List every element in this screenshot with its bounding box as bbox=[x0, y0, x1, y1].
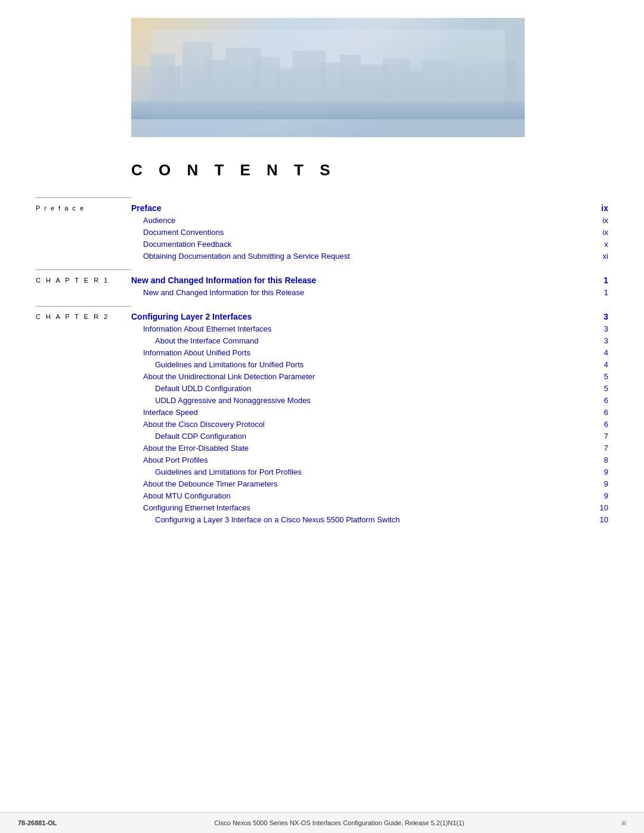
preface-label: P r e f a c e bbox=[36, 203, 131, 264]
udld-modes-page: 6 bbox=[604, 396, 608, 405]
toc-entry-config-layer3: Configuring a Layer 3 Interface on a Cis… bbox=[131, 515, 608, 524]
doc-feedback-link[interactable]: Documentation Feedback bbox=[131, 240, 601, 249]
chapter2-entries: Configuring Layer 2 Interfaces 3 Informa… bbox=[131, 312, 608, 527]
preface-title-link[interactable]: Preface bbox=[131, 203, 597, 213]
page-footer: 78-26881-OL Cisco Nexus 5000 Series NX-O… bbox=[0, 812, 644, 833]
toc-entry-port-profiles: About Port Profiles 8 bbox=[131, 456, 608, 465]
toc-entry-udld: About the Unidirectional Link Detection … bbox=[131, 372, 608, 381]
obtaining-docs-link[interactable]: Obtaining Documentation and Submitting a… bbox=[131, 252, 599, 261]
cdp-link[interactable]: About the Cisco Discovery Protocol bbox=[131, 420, 600, 429]
toc-entry-guidelines-unified: Guidelines and Limitations for Unified P… bbox=[131, 360, 608, 369]
cdp-page: 6 bbox=[604, 420, 608, 429]
toc-content: P r e f a c e Preface ix Audience ix Doc… bbox=[0, 203, 644, 575]
guidelines-profiles-page: 9 bbox=[604, 467, 608, 476]
chapter1-section: C H A P T E R 1 New and Changed Informat… bbox=[36, 275, 608, 300]
toc-entry-debounce: About the Debounce Timer Parameters 9 bbox=[131, 479, 608, 488]
debounce-link[interactable]: About the Debounce Timer Parameters bbox=[131, 479, 600, 488]
footer-doc-id: 78-26881-OL bbox=[18, 819, 57, 826]
footer-doc-title: Cisco Nexus 5000 Series NX-OS Interfaces… bbox=[214, 819, 464, 826]
toc-entry-mtu: About MTU Configuration 9 bbox=[131, 491, 608, 500]
guidelines-profiles-link[interactable]: Guidelines and Limitations for Port Prof… bbox=[131, 467, 600, 476]
guidelines-unified-page: 4 bbox=[604, 360, 608, 369]
info-unified-link[interactable]: Information About Unified Ports bbox=[131, 348, 600, 357]
preface-section: P r e f a c e Preface ix Audience ix Doc… bbox=[36, 203, 608, 264]
toc-entry-info-eth: Information About Ethernet Interfaces 3 bbox=[131, 324, 608, 333]
chapter2-label: C H A P T E R 2 bbox=[36, 312, 131, 527]
default-cdp-link[interactable]: Default CDP Configuration bbox=[131, 432, 600, 441]
chapter1-entries: New and Changed Information for this Rel… bbox=[131, 275, 608, 300]
udld-modes-link[interactable]: UDLD Aggressive and Nonaggressive Modes bbox=[131, 396, 600, 405]
toc-entry-preface: Preface ix bbox=[131, 203, 608, 213]
contents-title: C O N T E N T S bbox=[131, 161, 644, 179]
doc-conventions-page: ix bbox=[603, 228, 608, 237]
chapter2-section: C H A P T E R 2 Configuring Layer 2 Inte… bbox=[36, 312, 608, 527]
toc-entry-ch2-title: Configuring Layer 2 Interfaces 3 bbox=[131, 312, 608, 321]
ch1-title-link[interactable]: New and Changed Information for this Rel… bbox=[131, 275, 600, 285]
toc-entry-obtaining-docs: Obtaining Documentation and Submitting a… bbox=[131, 252, 608, 261]
toc-entry-about-iface: About the Interface Command 3 bbox=[131, 336, 608, 345]
doc-feedback-page: x bbox=[605, 240, 609, 249]
default-udld-link[interactable]: Default UDLD Configuration bbox=[131, 384, 600, 393]
preface-title-page: ix bbox=[601, 203, 608, 213]
error-disabled-link[interactable]: About the Error-Disabled State bbox=[131, 444, 600, 453]
config-layer3-page: 10 bbox=[600, 515, 608, 524]
toc-entry-guidelines-profiles: Guidelines and Limitations for Port Prof… bbox=[131, 467, 608, 476]
toc-entry-udld-modes: UDLD Aggressive and Nonaggressive Modes … bbox=[131, 396, 608, 405]
ch2-title-link[interactable]: Configuring Layer 2 Interfaces bbox=[131, 312, 600, 321]
info-eth-page: 3 bbox=[604, 324, 608, 333]
default-cdp-page: 7 bbox=[604, 432, 608, 441]
mtu-link[interactable]: About MTU Configuration bbox=[131, 491, 600, 500]
about-iface-page: 3 bbox=[604, 336, 608, 345]
info-eth-link[interactable]: Information About Ethernet Interfaces bbox=[131, 324, 600, 333]
audience-link[interactable]: Audience bbox=[131, 216, 599, 225]
udld-link[interactable]: About the Unidirectional Link Detection … bbox=[131, 372, 600, 381]
error-disabled-page: 7 bbox=[604, 444, 608, 453]
toc-entry-iface-speed: Interface Speed 6 bbox=[131, 408, 608, 417]
skyline-decoration bbox=[131, 48, 525, 119]
toc-entry-default-udld: Default UDLD Configuration 5 bbox=[131, 384, 608, 393]
about-iface-link[interactable]: About the Interface Command bbox=[131, 336, 600, 345]
toc-entry-info-unified: Information About Unified Ports 4 bbox=[131, 348, 608, 357]
config-eth-link[interactable]: Configuring Ethernet Interfaces bbox=[131, 503, 596, 512]
port-profiles-link[interactable]: About Port Profiles bbox=[131, 456, 600, 465]
ch2-title-page: 3 bbox=[603, 312, 608, 321]
footer-page-num: iii bbox=[622, 819, 626, 826]
ch1-title-page: 1 bbox=[603, 275, 608, 285]
preface-entries: Preface ix Audience ix Document Conventi… bbox=[131, 203, 608, 264]
config-eth-page: 10 bbox=[600, 503, 608, 512]
toc-entry-config-eth: Configuring Ethernet Interfaces 10 bbox=[131, 503, 608, 512]
ch1-sub-page: 1 bbox=[604, 288, 608, 297]
toc-entry-default-cdp: Default CDP Configuration 7 bbox=[131, 432, 608, 441]
debounce-page: 9 bbox=[604, 479, 608, 488]
chapter1-label: C H A P T E R 1 bbox=[36, 275, 131, 300]
iface-speed-link[interactable]: Interface Speed bbox=[131, 408, 600, 417]
audience-page: ix bbox=[603, 216, 608, 225]
default-udld-page: 5 bbox=[604, 384, 608, 393]
ch1-sub-link[interactable]: New and Changed Information for this Rel… bbox=[131, 288, 600, 297]
config-layer3-link[interactable]: Configuring a Layer 3 Interface on a Cis… bbox=[131, 515, 596, 524]
mtu-page: 9 bbox=[604, 491, 608, 500]
toc-entry-error-disabled: About the Error-Disabled State 7 bbox=[131, 444, 608, 453]
toc-entry-ch1-title: New and Changed Information for this Rel… bbox=[131, 275, 608, 285]
header-image bbox=[131, 18, 525, 137]
info-unified-page: 4 bbox=[604, 348, 608, 357]
toc-entry-doc-conventions: Document Conventions ix bbox=[131, 228, 608, 237]
doc-conventions-link[interactable]: Document Conventions bbox=[131, 228, 599, 237]
toc-entry-doc-feedback: Documentation Feedback x bbox=[131, 240, 608, 249]
iface-speed-page: 6 bbox=[604, 408, 608, 417]
toc-entry-audience: Audience ix bbox=[131, 216, 608, 225]
port-profiles-page: 8 bbox=[604, 456, 608, 465]
obtaining-docs-page: xi bbox=[603, 252, 608, 261]
toc-entry-ch1-sub: New and Changed Information for this Rel… bbox=[131, 288, 608, 297]
guidelines-unified-link[interactable]: Guidelines and Limitations for Unified P… bbox=[131, 360, 600, 369]
udld-page: 5 bbox=[604, 372, 608, 381]
toc-entry-cdp: About the Cisco Discovery Protocol 6 bbox=[131, 420, 608, 429]
